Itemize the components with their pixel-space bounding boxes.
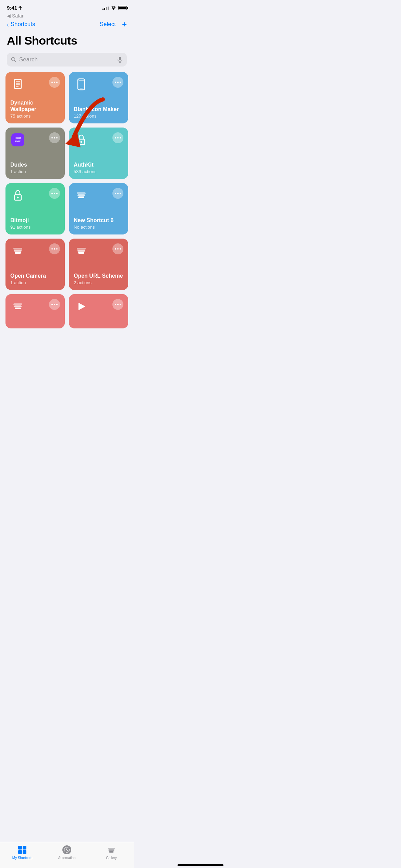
svg-rect-30 <box>14 305 22 307</box>
new-shortcut-6-actions: No actions <box>74 225 123 230</box>
new-shortcut-6-menu-button[interactable] <box>112 188 123 199</box>
search-icon <box>11 57 16 62</box>
dudes-name: Dudes <box>10 161 60 168</box>
svg-rect-27 <box>77 250 85 252</box>
shortcut-card-dynamic-wallpaper[interactable]: Dynamic Wallpaper 75 actions <box>5 72 65 123</box>
shortcut-card-new-shortcut-6[interactable]: New Shortcut 6 No actions <box>69 183 128 234</box>
dudes-actions: 1 action <box>10 169 60 174</box>
svg-rect-22 <box>78 196 84 198</box>
svg-marker-32 <box>78 303 85 310</box>
shortcut-card-open-camera[interactable]: Open Camera 1 action <box>5 239 65 290</box>
select-button[interactable]: Select <box>100 21 116 28</box>
open-camera-actions: 1 action <box>10 280 60 285</box>
authkit-icon <box>74 132 89 147</box>
dynamic-wallpaper-icon <box>10 77 25 92</box>
open-url-scheme-actions: 2 actions <box>74 280 123 285</box>
shortcuts-grid: Dynamic Wallpaper 75 actions Blank Icon … <box>0 72 134 328</box>
dynamic-wallpaper-actions: 75 actions <box>10 113 60 119</box>
shortcut-card-open-url-scheme[interactable]: Open URL Scheme 2 actions <box>69 239 128 290</box>
dynamic-wallpaper-menu-button[interactable] <box>49 77 60 88</box>
add-shortcut-button[interactable]: + <box>122 20 127 28</box>
page-title: All Shortcuts <box>7 34 127 47</box>
blank-icon-maker-name: Blank Icon Maker <box>74 106 123 112</box>
blank-icon-maker-actions: 127 actions <box>74 113 123 119</box>
search-bar[interactable]: Search <box>7 53 127 67</box>
authkit-name: AuthKit <box>74 161 123 168</box>
svg-rect-8 <box>14 80 21 88</box>
svg-rect-23 <box>13 248 22 250</box>
svg-rect-10 <box>16 83 20 84</box>
status-bar: 9:41 <box>0 0 134 12</box>
battery-icon <box>118 6 127 10</box>
location-icon <box>19 6 22 10</box>
page-title-area: All Shortcuts <box>0 31 134 53</box>
back-chevron-icon: ‹ <box>7 21 9 28</box>
shortcut-card-dudes[interactable]: HBOmax Dudes 1 action <box>5 128 65 179</box>
svg-point-0 <box>113 9 114 9</box>
partial-left-menu-button[interactable] <box>49 299 60 310</box>
open-url-scheme-name: Open URL Scheme <box>74 273 123 279</box>
svg-rect-3 <box>119 57 121 60</box>
shortcut-card-bitmoji[interactable]: Bitmoji 91 actions <box>5 183 65 234</box>
svg-rect-12 <box>16 86 19 87</box>
svg-rect-9 <box>16 81 20 82</box>
dudes-icon: HBOmax <box>10 132 25 147</box>
status-time: 9:41 <box>7 5 22 11</box>
svg-point-17 <box>81 141 82 143</box>
blank-icon-maker-icon <box>74 77 89 92</box>
svg-rect-29 <box>13 303 22 305</box>
new-shortcut-6-icon <box>74 188 89 203</box>
hbomax-logo: HBOmax <box>11 133 24 146</box>
svg-rect-26 <box>77 248 86 250</box>
svg-rect-25 <box>15 252 21 254</box>
search-input[interactable]: Search <box>19 56 114 63</box>
bitmoji-menu-button[interactable] <box>49 188 60 199</box>
open-url-scheme-icon <box>74 243 89 258</box>
status-icons <box>102 6 127 10</box>
svg-rect-21 <box>77 194 85 196</box>
back-button[interactable]: ‹ Shortcuts <box>7 21 35 28</box>
nav-actions: Select + <box>100 20 127 28</box>
signal-bars <box>102 6 109 10</box>
partial-left-icon <box>10 299 25 314</box>
safari-back-label: ◀ Safari <box>7 13 24 19</box>
svg-rect-31 <box>15 308 21 309</box>
svg-rect-15 <box>80 88 83 88</box>
svg-rect-11 <box>16 84 20 85</box>
shortcut-card-authkit[interactable]: AuthKit 539 actions <box>69 128 128 179</box>
bitmoji-name: Bitmoji <box>10 217 60 224</box>
new-shortcut-6-name: New Shortcut 6 <box>74 217 123 224</box>
open-url-scheme-menu-button[interactable] <box>112 243 123 254</box>
partial-right-menu-button[interactable] <box>112 299 123 310</box>
dudes-menu-button[interactable] <box>49 132 60 143</box>
blank-icon-maker-menu-button[interactable] <box>112 77 123 88</box>
open-camera-name: Open Camera <box>10 273 60 279</box>
bitmoji-actions: 91 actions <box>10 225 60 230</box>
back-label: Shortcuts <box>11 21 35 28</box>
svg-rect-24 <box>14 250 22 252</box>
bitmoji-icon <box>10 188 25 203</box>
authkit-menu-button[interactable] <box>112 132 123 143</box>
authkit-actions: 539 actions <box>74 169 123 174</box>
dynamic-wallpaper-name: Dynamic Wallpaper <box>10 99 60 112</box>
svg-rect-20 <box>77 192 86 194</box>
svg-line-2 <box>15 61 16 62</box>
safari-back-area: ◀ Safari <box>0 12 134 19</box>
open-camera-icon <box>10 243 25 258</box>
shortcut-card-partial-right[interactable] <box>69 294 128 328</box>
microphone-icon <box>117 57 123 63</box>
wifi-icon <box>111 6 116 10</box>
svg-point-19 <box>17 197 19 198</box>
partial-right-icon <box>74 299 89 314</box>
shortcut-card-partial-left[interactable] <box>5 294 65 328</box>
clock: 9:41 <box>7 5 17 11</box>
open-camera-menu-button[interactable] <box>49 243 60 254</box>
shortcut-card-blank-icon-maker[interactable]: Blank Icon Maker 127 actions <box>69 72 128 123</box>
svg-rect-28 <box>78 252 84 254</box>
nav-bar: ‹ Shortcuts Select + <box>0 19 134 31</box>
